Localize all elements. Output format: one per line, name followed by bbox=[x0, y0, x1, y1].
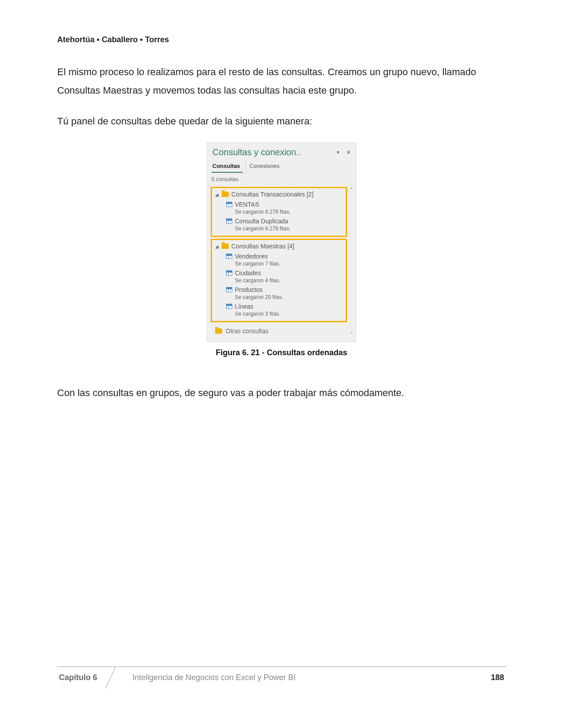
pane-title: Consultas y conexion.. bbox=[212, 147, 332, 157]
query-status: Se cargaron 6.278 filas. bbox=[226, 209, 343, 215]
query-name: Líneas bbox=[235, 303, 253, 310]
query-name: Productos bbox=[235, 286, 263, 293]
tab-consultas[interactable]: Consultas bbox=[212, 161, 243, 173]
pane-options-dropdown[interactable]: ▾ bbox=[335, 149, 341, 156]
folder-icon bbox=[222, 244, 229, 249]
page-footer: Capítulo 6 Inteligencia de Negocios con … bbox=[57, 666, 506, 688]
paragraph-1: El mismo proceso lo realizamos para el r… bbox=[57, 63, 506, 100]
queries-pane: Consultas y conexion.. ▾ × Consultas Con… bbox=[207, 142, 356, 342]
query-status: Se cargaron 3 filas. bbox=[226, 311, 343, 317]
group-label: Otras consultas bbox=[226, 328, 268, 335]
query-item[interactable]: VENTAS Se cargaron 6.278 filas. bbox=[215, 200, 343, 216]
query-status: Se cargaron 4 filas. bbox=[226, 277, 343, 284]
table-icon bbox=[226, 218, 232, 224]
paragraph-3: Con las consultas en grupos, de seguro v… bbox=[57, 384, 506, 402]
figure-6-21: Consultas y conexion.. ▾ × Consultas Con… bbox=[57, 142, 506, 357]
pane-close-button[interactable]: × bbox=[345, 149, 352, 157]
pane-scrollbar[interactable]: ˄ ˅ bbox=[348, 187, 355, 338]
tab-conexiones[interactable]: Conexiones bbox=[245, 161, 282, 173]
footer-title: Inteligencia de Negocios con Excel y Pow… bbox=[128, 667, 489, 688]
query-status: Se cargaron 7 filas. bbox=[226, 261, 343, 267]
table-icon bbox=[226, 202, 232, 207]
table-icon bbox=[226, 254, 232, 259]
group-transaccionales: ◢ Consultas Transaccionales [2] VENTAS S… bbox=[211, 187, 347, 237]
scroll-down-icon[interactable]: ˅ bbox=[348, 331, 355, 338]
footer-page-number: 188 bbox=[489, 667, 506, 688]
footer-separator bbox=[110, 667, 128, 688]
group-maestras: ◢ Consultas Maestras [4] Vendedores Se c… bbox=[211, 239, 347, 322]
query-item[interactable]: Ciudades Se cargaron 4 filas. bbox=[215, 268, 343, 285]
collapse-toggle-icon[interactable]: ◢ bbox=[215, 192, 219, 197]
query-item[interactable]: Consulta Duplicada Se cargaron 6.278 fil… bbox=[215, 216, 343, 233]
query-status: Se cargaron 20 filas. bbox=[226, 294, 343, 300]
query-name: Vendedores bbox=[235, 253, 268, 260]
queries-count: 6 consultas bbox=[207, 173, 356, 185]
query-item[interactable]: Productos Se cargaron 20 filas. bbox=[215, 285, 343, 302]
folder-icon bbox=[215, 328, 222, 334]
scroll-up-icon[interactable]: ˄ bbox=[348, 187, 355, 194]
group-header[interactable]: ◢ Consultas Maestras [4] bbox=[215, 242, 343, 251]
query-name: VENTAS bbox=[235, 201, 259, 208]
query-status: Se cargaron 6.278 filas. bbox=[226, 226, 343, 232]
query-item[interactable]: Líneas Se cargaron 3 filas. bbox=[215, 302, 343, 318]
group-label: Consultas Maestras [4] bbox=[231, 243, 294, 250]
table-icon bbox=[226, 304, 232, 309]
table-icon bbox=[226, 270, 232, 276]
footer-chapter: Capítulo 6 bbox=[57, 667, 110, 688]
folder-icon bbox=[222, 192, 229, 197]
query-name: Ciudades bbox=[235, 269, 261, 277]
group-label: Consultas Transaccionales [2] bbox=[231, 191, 314, 198]
collapse-toggle-icon[interactable]: ◢ bbox=[215, 244, 219, 249]
group-header[interactable]: ◢ Consultas Transaccionales [2] bbox=[215, 190, 343, 200]
page-author-header: Atehortúa • Caballero • Torres bbox=[57, 35, 506, 44]
query-item[interactable]: Vendedores Se cargaron 7 filas. bbox=[215, 251, 343, 268]
paragraph-2: Tú panel de consultas debe quedar de la … bbox=[57, 112, 506, 131]
group-otras-consultas[interactable]: Otras consultas bbox=[209, 324, 347, 338]
query-name: Consulta Duplicada bbox=[235, 218, 288, 225]
figure-caption: Figura 6. 21 - Consultas ordenadas bbox=[57, 348, 506, 357]
table-icon bbox=[226, 287, 232, 292]
